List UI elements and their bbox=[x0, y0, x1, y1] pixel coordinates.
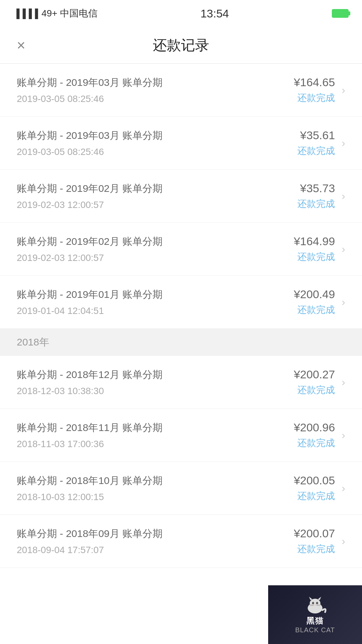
blackcat-brand-sub: BLACK CAT bbox=[295, 626, 335, 634]
record-item[interactable]: 账单分期 - 2019年03月 账单分期 2019-03-05 08:25:46… bbox=[0, 117, 362, 170]
record-date: 2019-03-05 08:25:46 bbox=[17, 147, 297, 157]
records-list-2018: 账单分期 - 2018年12月 账单分期 2018-12-03 10:38:30… bbox=[0, 356, 362, 568]
record-amount: ¥200.96 bbox=[294, 421, 335, 434]
year-label: 2018年 bbox=[17, 336, 49, 347]
year-section-2018: 2018年 bbox=[0, 329, 362, 356]
records-list-2019: 账单分期 - 2019年03月 账单分期 2019-03-05 08:25:46… bbox=[0, 64, 362, 329]
record-item[interactable]: 账单分期 - 2018年11月 账单分期 2018-11-03 17:00:36… bbox=[0, 409, 362, 462]
chevron-right-icon: › bbox=[342, 243, 345, 255]
time-display: 13:54 bbox=[200, 7, 229, 20]
record-date: 2019-02-03 12:00:57 bbox=[17, 253, 294, 263]
record-amount: ¥200.49 bbox=[294, 288, 335, 301]
chevron-right-icon: › bbox=[342, 84, 345, 96]
record-status: 还款完成 bbox=[294, 384, 335, 396]
record-item[interactable]: 账单分期 - 2019年02月 账单分期 2019-02-03 12:00:57… bbox=[0, 223, 362, 276]
record-status: 还款完成 bbox=[294, 437, 335, 449]
record-item[interactable]: 账单分期 - 2019年03月 账单分期 2019-03-05 08:25:46… bbox=[0, 64, 362, 117]
svg-point-4 bbox=[312, 602, 314, 604]
record-amount: ¥164.65 bbox=[294, 76, 335, 89]
record-title: 账单分期 - 2019年01月 账单分期 bbox=[17, 288, 294, 302]
record-title: 账单分期 - 2019年02月 账单分期 bbox=[17, 182, 297, 196]
svg-marker-3 bbox=[318, 597, 321, 600]
chevron-right-icon: › bbox=[342, 482, 345, 494]
battery-icon bbox=[332, 9, 349, 18]
record-status: 还款完成 bbox=[297, 145, 335, 157]
record-date: 2019-02-03 12:00:57 bbox=[17, 200, 297, 210]
chevron-right-icon: › bbox=[342, 190, 345, 202]
record-status: 还款完成 bbox=[294, 92, 335, 104]
record-date: 2018-10-03 12:00:15 bbox=[17, 492, 294, 502]
chevron-right-icon: › bbox=[342, 535, 345, 547]
blackcat-watermark: 黑猫 BLACK CAT bbox=[268, 585, 362, 644]
carrier-info: ▐▐▐▐ 49+ 中国电信 bbox=[13, 7, 98, 20]
record-item[interactable]: 账单分期 - 2018年09月 账单分期 2018-09-04 17:57:07… bbox=[0, 515, 362, 568]
record-status: 还款完成 bbox=[294, 304, 335, 316]
record-status: 还款完成 bbox=[297, 198, 335, 210]
svg-point-1 bbox=[310, 599, 320, 608]
record-item[interactable]: 账单分期 - 2018年12月 账单分期 2018-12-03 10:38:30… bbox=[0, 356, 362, 409]
carrier-text: 49+ 中国电信 bbox=[42, 7, 98, 20]
chevron-right-icon: › bbox=[342, 376, 345, 388]
record-date: 2019-01-04 12:04:51 bbox=[17, 306, 294, 316]
record-title: 账单分期 - 2018年11月 账单分期 bbox=[17, 421, 294, 435]
record-title: 账单分期 - 2018年10月 账单分期 bbox=[17, 474, 294, 488]
chevron-right-icon: › bbox=[342, 296, 345, 308]
chevron-right-icon: › bbox=[342, 429, 345, 441]
record-amount: ¥35.61 bbox=[297, 129, 335, 142]
record-amount: ¥200.27 bbox=[294, 368, 335, 381]
record-title: 账单分期 - 2019年03月 账单分期 bbox=[17, 129, 297, 143]
record-title: 账单分期 - 2019年02月 账单分期 bbox=[17, 235, 294, 249]
svg-marker-2 bbox=[309, 597, 312, 600]
record-item[interactable]: 账单分期 - 2019年02月 账单分期 2019-02-03 12:00:57… bbox=[0, 170, 362, 223]
blackcat-logo-icon bbox=[302, 595, 328, 615]
record-date: 2018-12-03 10:38:30 bbox=[17, 386, 294, 396]
record-status: 还款完成 bbox=[294, 251, 335, 263]
page-title: 还款记录 bbox=[153, 36, 209, 55]
record-amount: ¥164.99 bbox=[294, 235, 335, 248]
record-amount: ¥200.07 bbox=[294, 527, 335, 540]
record-status: 还款完成 bbox=[294, 490, 335, 502]
record-item[interactable]: 账单分期 - 2018年10月 账单分期 2018-10-03 12:00:15… bbox=[0, 462, 362, 515]
svg-point-5 bbox=[316, 602, 318, 604]
record-amount: ¥35.73 bbox=[297, 182, 335, 195]
record-item[interactable]: 账单分期 - 2019年01月 账单分期 2019-01-04 12:04:51… bbox=[0, 276, 362, 329]
record-status: 还款完成 bbox=[294, 543, 335, 555]
status-bar: ▐▐▐▐ 49+ 中国电信 13:54 bbox=[0, 0, 362, 27]
close-button[interactable]: × bbox=[17, 38, 25, 53]
record-date: 2018-11-03 17:00:36 bbox=[17, 439, 294, 449]
record-amount: ¥200.05 bbox=[294, 474, 335, 487]
signal-icon: ▐▐▐▐ bbox=[13, 8, 38, 19]
blackcat-brand-name: 黑猫 bbox=[306, 615, 324, 626]
chevron-right-icon: › bbox=[342, 137, 345, 149]
record-date: 2018-09-04 17:57:07 bbox=[17, 545, 294, 555]
system-icons bbox=[332, 9, 349, 18]
record-title: 账单分期 - 2019年03月 账单分期 bbox=[17, 76, 294, 90]
record-title: 账单分期 - 2018年09月 账单分期 bbox=[17, 527, 294, 541]
record-date: 2019-03-05 08:25:46 bbox=[17, 94, 294, 104]
record-title: 账单分期 - 2018年12月 账单分期 bbox=[17, 368, 294, 382]
page-header: × 还款记录 bbox=[0, 27, 362, 64]
